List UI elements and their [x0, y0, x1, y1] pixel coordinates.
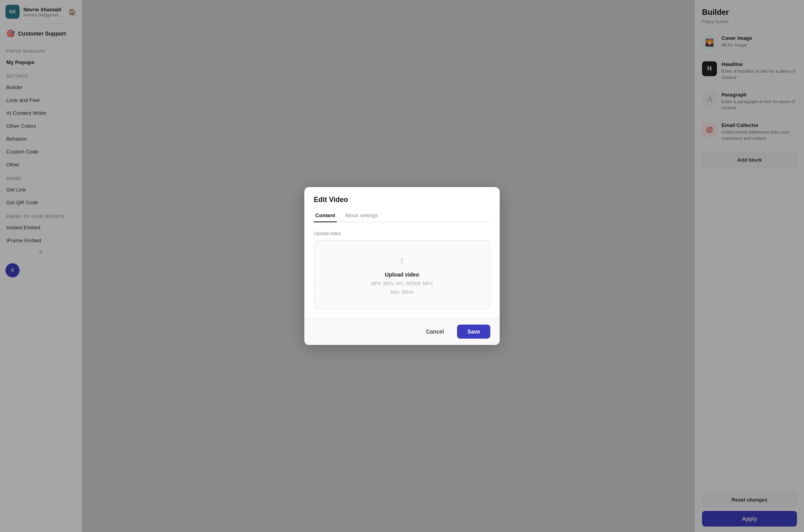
upload-icon: ↑	[400, 255, 405, 267]
modal-overlay: Edit Video Content Block settings Upload…	[82, 0, 695, 532]
tab-block-settings[interactable]: Block settings	[344, 209, 379, 222]
cancel-button[interactable]: Cancel	[417, 325, 452, 339]
upload-zone[interactable]: ↑ Upload video MP4, MOV, AVI, WEBM, MKV …	[314, 240, 490, 309]
save-button[interactable]: Save	[457, 325, 490, 339]
modal-title: Edit Video	[314, 196, 490, 204]
modal-footer: Cancel Save	[304, 318, 500, 345]
modal-header: Edit Video Content Block settings	[304, 187, 500, 222]
upload-section-label: Upload video	[314, 231, 490, 236]
modal-body: Upload video ↑ Upload video MP4, MOV, AV…	[304, 222, 500, 318]
modal-tabs: Content Block settings	[314, 209, 490, 222]
upload-sub-text: MP4, MOV, AVI, WEBM, MKV	[371, 281, 433, 286]
upload-max-text: Max: 50mb	[390, 289, 413, 295]
tab-content[interactable]: Content	[314, 209, 337, 222]
upload-main-text: Upload video	[385, 271, 419, 278]
edit-video-modal: Edit Video Content Block settings Upload…	[304, 187, 500, 345]
main-content: ✕ Your e-mail address Submit Built with …	[82, 0, 695, 532]
